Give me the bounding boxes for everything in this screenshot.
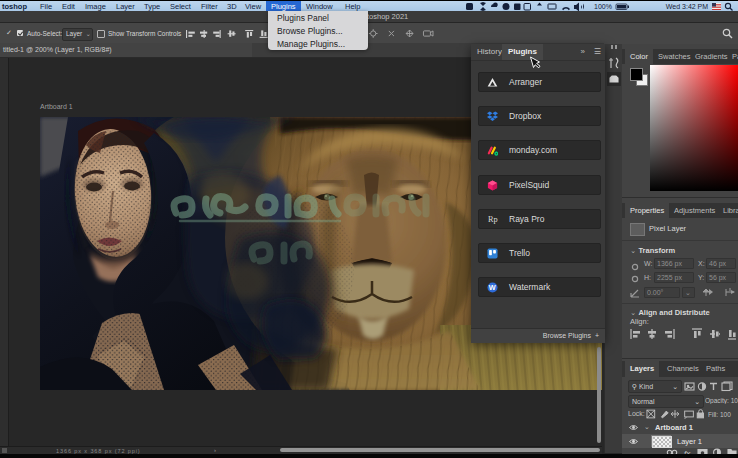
svg-text:W: W (489, 283, 496, 292)
svg-text:100%: 100% (594, 3, 612, 10)
svg-text:Rp: Rp (488, 215, 498, 224)
